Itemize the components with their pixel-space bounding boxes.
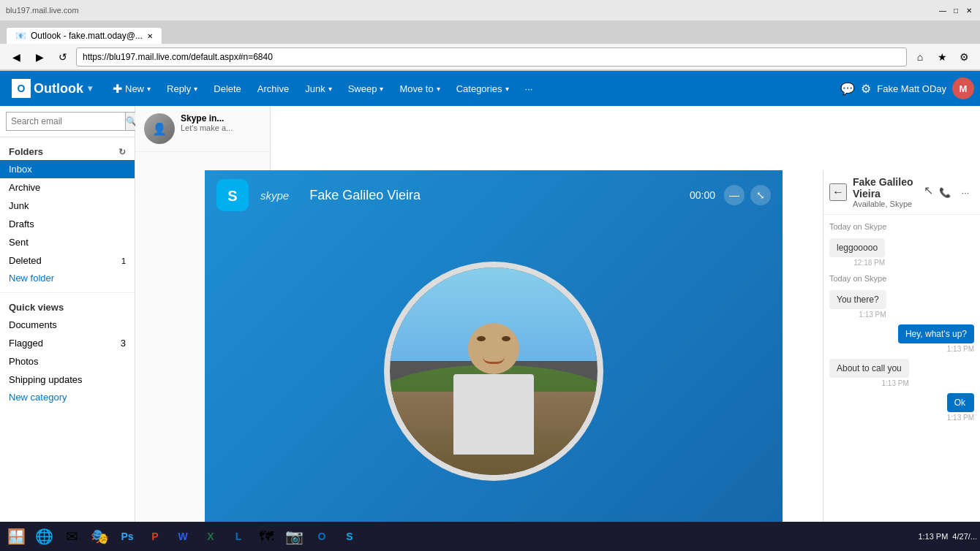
reply-dropdown-arrow: ▾ xyxy=(194,85,197,93)
outlook-app: O Outlook ▾ ✚ New ▾ Reply ▾ Delete Archi… xyxy=(0,71,980,551)
person-head xyxy=(468,323,519,374)
delete-label: Delete xyxy=(214,83,241,94)
taskbar-powerpoint[interactable]: P xyxy=(142,523,168,550)
quick-view-flagged-label: Flagged xyxy=(9,338,43,349)
taskbar-excel[interactable]: X xyxy=(197,523,224,550)
chat-phone-icon[interactable]: 📞 xyxy=(936,183,954,201)
chat-day-label-2: Today on Skype xyxy=(829,273,974,284)
chat-day-label-1: Today on Skype xyxy=(829,221,974,232)
reply-label: Reply xyxy=(167,83,191,94)
folders-section-header: Folders ↻ xyxy=(0,143,135,160)
taskbar-ie[interactable]: 🌐 xyxy=(31,523,57,550)
chat-message-5: Ok 1:13 PM xyxy=(947,393,974,422)
skype-brand-text: skype xyxy=(260,189,289,202)
settings-icon[interactable]: ⚙ xyxy=(861,82,871,96)
categories-button[interactable]: Categories ▾ xyxy=(449,79,516,99)
taskbar-photoshop[interactable]: Ps xyxy=(114,523,140,550)
new-button[interactable]: ✚ New ▾ xyxy=(105,77,158,100)
taskbar-outlook[interactable]: O xyxy=(309,523,335,550)
junk-dropdown-arrow: ▾ xyxy=(328,85,332,93)
taskbar-start[interactable]: 🪟 xyxy=(3,523,29,550)
chat-header-info: Fake Galileo Vieira Available, Skype xyxy=(850,176,921,208)
chat-time-2: 1:13 PM xyxy=(829,311,886,319)
sweep-dropdown-arrow: ▾ xyxy=(380,85,383,93)
chat-header-icons: ↖ 📞 ··· xyxy=(924,183,974,201)
folder-sent[interactable]: Sent xyxy=(0,233,135,251)
chat-bubble-3: Hey, what's up? xyxy=(898,324,974,343)
taskbar-icon-10[interactable]: 🗺 xyxy=(253,523,279,550)
folders-refresh-icon[interactable]: ↻ xyxy=(118,147,126,157)
tab-close-button[interactable]: ✕ xyxy=(147,32,153,40)
folder-junk[interactable]: Junk xyxy=(0,197,135,215)
taskbar-icon-9[interactable]: L xyxy=(225,523,252,550)
quick-views-header: Quick views xyxy=(0,299,135,316)
maximize-button[interactable]: □ xyxy=(951,5,961,15)
chat-back-button[interactable]: ← xyxy=(829,183,847,201)
search-input[interactable] xyxy=(6,112,126,131)
folder-drafts-label: Drafts xyxy=(9,218,34,229)
more-label: ··· xyxy=(525,83,533,94)
minimize-button[interactable]: — xyxy=(938,5,948,15)
more-button[interactable]: ··· xyxy=(518,79,540,99)
skype-minimize-button[interactable]: — xyxy=(724,185,745,205)
archive-label: Archive xyxy=(257,83,289,94)
delete-button[interactable]: Delete xyxy=(206,79,249,99)
sweep-label: Sweep xyxy=(348,83,377,94)
archive-button[interactable]: Archive xyxy=(250,79,296,99)
new-dropdown-arrow: ▾ xyxy=(147,85,151,93)
skype-timer: 00:00 xyxy=(690,189,715,201)
new-folder-link[interactable]: New folder xyxy=(0,270,135,286)
chat-messages: Today on Skype leggooooo 12:18 PM Today … xyxy=(823,215,980,551)
quick-view-documents[interactable]: Documents xyxy=(0,316,135,334)
logo-box: O xyxy=(12,79,31,98)
cursor-indicator: ↖ xyxy=(924,183,933,201)
active-tab[interactable]: 📧 Outlook - fake.matt.oday@... ✕ xyxy=(6,27,162,44)
folder-archive[interactable]: Archive xyxy=(0,178,135,197)
chat-icon[interactable]: 💬 xyxy=(840,82,855,96)
categories-dropdown-arrow: ▾ xyxy=(505,85,509,93)
sweep-button[interactable]: Sweep ▾ xyxy=(341,79,391,99)
logo-dropdown[interactable]: ▾ xyxy=(88,83,92,94)
close-button[interactable]: ✕ xyxy=(964,5,974,15)
skype-call-header: S skype Fake Galileo Vieira 00:00 — ⤡ xyxy=(205,170,783,220)
home-button[interactable]: ⌂ xyxy=(910,47,930,67)
logo-name: Outlook xyxy=(34,81,83,96)
categories-label: Categories xyxy=(456,83,502,94)
move-to-button[interactable]: Move to ▾ xyxy=(392,79,447,99)
user-avatar[interactable]: M xyxy=(952,77,974,99)
favorites-button[interactable]: ★ xyxy=(932,47,952,67)
folder-junk-label: Junk xyxy=(9,200,29,211)
new-category-link[interactable]: New category xyxy=(0,389,135,406)
folder-deleted[interactable]: Deleted 1 xyxy=(0,251,135,270)
chat-panel: ← Fake Galileo Vieira Available, Skype ↖… xyxy=(823,170,980,551)
junk-button[interactable]: Junk ▾ xyxy=(298,79,339,99)
skype-restore-button[interactable]: ⤡ xyxy=(750,185,771,205)
quick-view-shipping[interactable]: Shipping updates xyxy=(0,370,135,389)
email-item[interactable]: 👤 Skype in... Let's make a... xyxy=(135,106,270,152)
taskbar-mail[interactable]: ✉ xyxy=(59,523,85,550)
forward-button[interactable]: ▶ xyxy=(29,47,50,67)
settings-button[interactable]: ⚙ xyxy=(954,47,974,67)
chat-header: ← Fake Galileo Vieira Available, Skype ↖… xyxy=(823,170,980,215)
address-bar[interactable] xyxy=(76,48,907,66)
chat-more-icon[interactable]: ··· xyxy=(957,183,974,201)
folder-drafts[interactable]: Drafts xyxy=(0,215,135,233)
caller-photo xyxy=(390,267,598,475)
taskbar-word[interactable]: W xyxy=(170,523,196,550)
chat-time-4: 1:13 PM xyxy=(829,379,909,387)
chat-message-1: leggooooo 12:18 PM xyxy=(829,238,885,267)
back-button[interactable]: ◀ xyxy=(6,47,26,67)
taskbar-skype[interactable]: S xyxy=(336,523,363,550)
reply-button[interactable]: Reply ▾ xyxy=(159,79,205,99)
folder-deleted-badge: 1 xyxy=(121,256,126,265)
taskbar-icon-4[interactable]: 🎭 xyxy=(86,523,113,550)
taskbar-camera[interactable]: 📷 xyxy=(281,523,307,550)
refresh-button[interactable]: ↺ xyxy=(53,47,73,67)
skype-video-area xyxy=(205,220,783,522)
folder-inbox[interactable]: Inbox xyxy=(0,160,135,178)
quick-view-flagged[interactable]: Flagged 3 xyxy=(0,334,135,352)
quick-view-photos[interactable]: Photos xyxy=(0,352,135,370)
move-to-label: Move to xyxy=(399,83,433,94)
folder-deleted-label: Deleted xyxy=(9,255,42,266)
sidebar: 🔍 Folders ↻ Inbox Archive Junk Dr xyxy=(0,106,135,551)
